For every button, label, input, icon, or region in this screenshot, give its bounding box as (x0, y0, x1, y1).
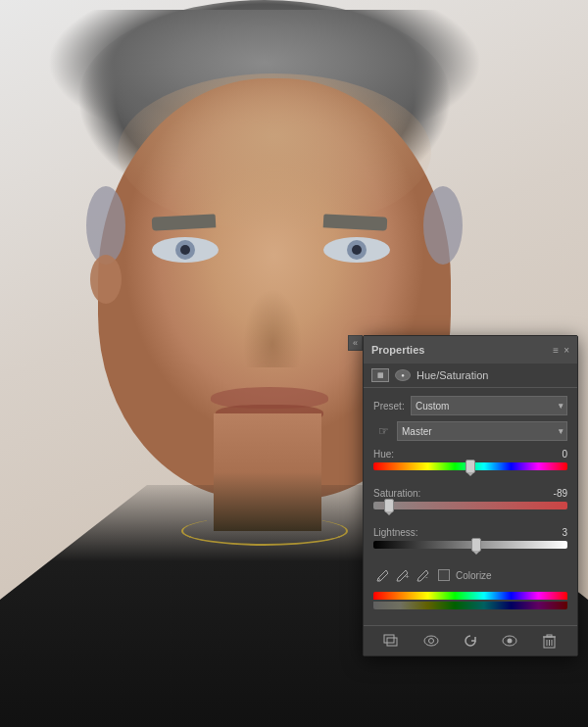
panel-body: Preset: Custom ▾ ☞ Master ▾ Hue: 0 (364, 388, 577, 625)
hue-slider-row: Hue: 0 (373, 449, 567, 478)
visibility-toggle-icon[interactable] (499, 632, 520, 650)
eye-visibility-icon[interactable] (420, 632, 442, 650)
collapse-arrows[interactable]: « (348, 335, 363, 351)
lightness-slider-track[interactable] (373, 541, 567, 557)
adjustment-title: Hue/Saturation (416, 369, 488, 381)
eye-right (323, 237, 390, 263)
lightness-label: Lightness: (373, 527, 418, 538)
temple-right (423, 186, 463, 265)
eye-left (152, 237, 219, 263)
lightness-value: 3 (562, 527, 567, 538)
color-bar-top (373, 592, 567, 600)
svg-rect-3 (384, 635, 394, 643)
svg-point-6 (428, 639, 433, 644)
neck-layer (214, 413, 321, 531)
lightness-slider-row: Lightness: 3 (373, 527, 567, 557)
channel-value: Master (402, 426, 432, 437)
saturation-value: -89 (554, 488, 567, 499)
eyedropper-subtract-btn[interactable]: - (415, 566, 432, 584)
preset-dropdown[interactable]: Custom (411, 396, 567, 415)
eyedropper-add-btn[interactable]: + (394, 566, 412, 584)
panel-toolbar (364, 625, 577, 655)
panel-title: Properties (371, 344, 424, 356)
color-spectrum-bars (373, 592, 567, 609)
forehead-layer (118, 73, 431, 230)
nose-layer (243, 289, 302, 367)
channel-dropdown[interactable]: Master (397, 421, 567, 441)
preset-row: Preset: Custom ▾ (373, 396, 567, 415)
temple-left (86, 186, 125, 265)
hue-label: Hue: (373, 449, 394, 460)
svg-text:-: - (425, 572, 428, 581)
svg-point-0 (378, 579, 380, 581)
finger-tool-icon[interactable]: ☞ (373, 421, 393, 441)
channel-select-wrapper: Master ▾ (397, 421, 567, 441)
svg-point-8 (508, 639, 513, 644)
saturation-thumb[interactable] (384, 499, 394, 512)
color-bar-bottom (373, 602, 567, 609)
preset-select-wrapper: Custom ▾ (411, 396, 567, 415)
delete-icon[interactable] (539, 632, 561, 650)
colorize-label: Colorize (456, 570, 492, 581)
colorize-row: + - Colorize (373, 566, 567, 584)
preset-label: Preset: (373, 401, 411, 412)
visibility-icon[interactable]: ● (395, 369, 411, 381)
eyedropper-icons-group: + - (373, 566, 432, 584)
hue-slider-header: Hue: 0 (373, 449, 567, 460)
hue-value: 0 (562, 449, 567, 460)
eyedropper-btn[interactable] (373, 566, 391, 584)
hue-slider-track[interactable] (373, 462, 567, 478)
new-layer-icon[interactable] (380, 632, 402, 650)
lightness-thumb[interactable] (471, 538, 481, 552)
saturation-label: Saturation: (373, 488, 420, 499)
svg-point-5 (424, 636, 438, 646)
saturation-slider-header: Saturation: -89 (373, 488, 567, 499)
properties-panel: Properties ≡ × ▦ ● Hue/Saturation Preset… (363, 335, 578, 656)
lightness-slider-header: Lightness: 3 (373, 527, 567, 538)
panel-header: Properties ≡ × (364, 336, 577, 364)
necklace-chain (181, 516, 348, 546)
svg-rect-11 (547, 635, 552, 637)
adjustment-layer-icon: ▦ (371, 368, 389, 382)
colorize-checkbox[interactable] (438, 569, 450, 581)
panel-subheader: ▦ ● Hue/Saturation (364, 364, 577, 388)
ear-left (90, 255, 122, 304)
panel-header-controls: ≡ × (553, 345, 569, 356)
reset-icon[interactable] (460, 632, 481, 650)
preset-value: Custom (416, 401, 449, 412)
panel-close-btn[interactable]: × (564, 345, 569, 356)
saturation-slider-track[interactable] (373, 502, 567, 517)
saturation-track-bg (373, 502, 567, 509)
svg-text:+: + (405, 572, 410, 581)
channel-row: ☞ Master ▾ (373, 421, 567, 441)
collapse-arrow[interactable]: « (353, 338, 358, 348)
panel-menu-btn[interactable]: ≡ (553, 345, 559, 356)
svg-rect-4 (387, 638, 397, 646)
saturation-slider-row: Saturation: -89 (373, 488, 567, 517)
hue-thumb[interactable] (466, 460, 475, 473)
